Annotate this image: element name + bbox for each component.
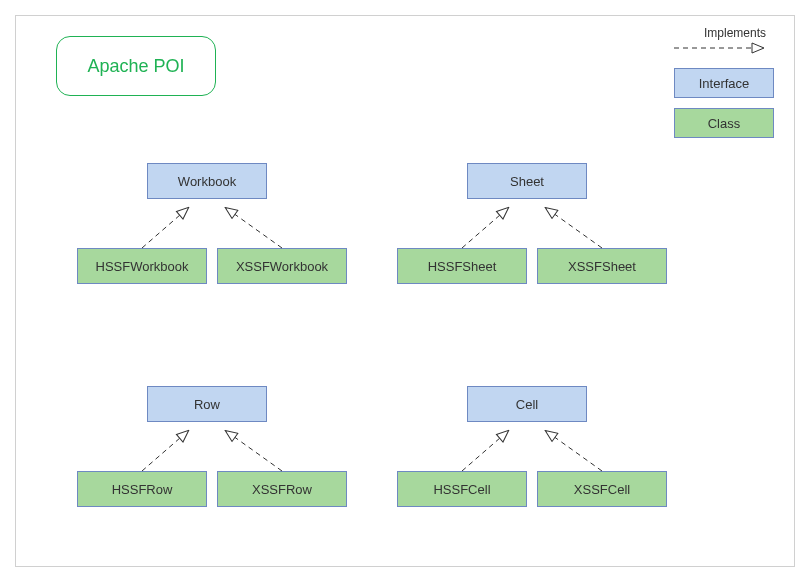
svg-line-5: [142, 431, 188, 471]
class-xssfcell: XSSFCell: [537, 471, 667, 507]
svg-line-1: [142, 208, 188, 248]
class-xssfrow: XSSFRow: [217, 471, 347, 507]
svg-line-8: [546, 431, 602, 471]
svg-line-6: [226, 431, 282, 471]
interface-cell: Cell: [467, 386, 587, 422]
class-xssfsheet: XSSFSheet: [537, 248, 667, 284]
svg-line-4: [546, 208, 602, 248]
interface-sheet: Sheet: [467, 163, 587, 199]
svg-line-2: [226, 208, 282, 248]
class-hssfworkbook: HSSFWorkbook: [77, 248, 207, 284]
class-hssfsheet: HSSFSheet: [397, 248, 527, 284]
svg-line-3: [462, 208, 508, 248]
legend-implements-label: Implements: [704, 26, 766, 40]
diagram-title: Apache POI: [56, 36, 216, 96]
diagram-canvas: Apache POI Implements Interface Class Wo…: [0, 0, 811, 582]
class-xssfworkbook: XSSFWorkbook: [217, 248, 347, 284]
class-hssfcell: HSSFCell: [397, 471, 527, 507]
legend-class-box: Class: [674, 108, 774, 138]
class-hssfrow: HSSFRow: [77, 471, 207, 507]
legend-interface-box: Interface: [674, 68, 774, 98]
interface-workbook: Workbook: [147, 163, 267, 199]
interface-row: Row: [147, 386, 267, 422]
diagram-frame: Apache POI Implements Interface Class Wo…: [15, 15, 795, 567]
svg-line-7: [462, 431, 508, 471]
